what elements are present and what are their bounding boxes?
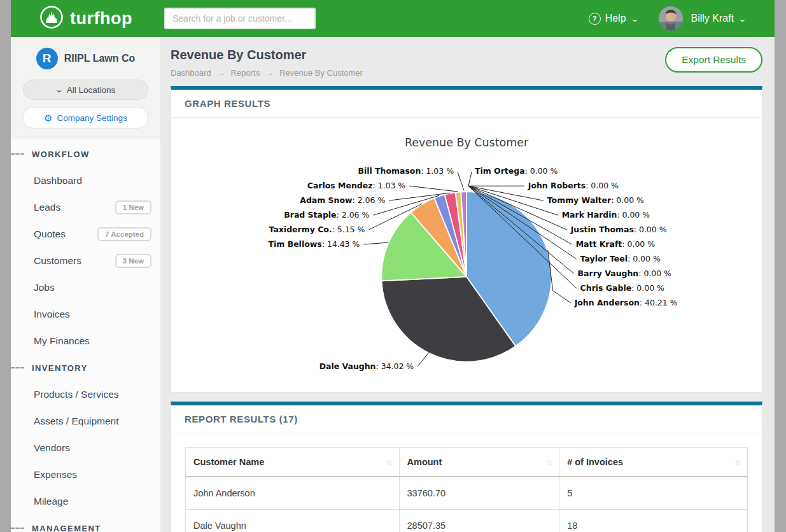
breadcrumb-arrow-icon: →	[217, 68, 225, 78]
right-scrollbar-strip[interactable]	[775, 0, 786, 532]
topbar: turfhop ? Help ⌄ Billy Kraft ⌄	[11, 0, 775, 37]
sidebar-item-label: Invoices	[34, 309, 70, 320]
sidebar-item-label: Products / Services	[34, 389, 119, 400]
pie-label-tommy-walter: Tommy Walter: 0.00 %	[547, 195, 644, 205]
app-screen: turfhop ? Help ⌄ Billy Kraft ⌄	[0, 0, 786, 532]
sidebar-item-my-finances[interactable]: My Finances	[11, 328, 160, 354]
status-badge: 1 New	[115, 200, 151, 214]
sort-icon[interactable]: ↑↓	[735, 458, 740, 466]
graph-results-panel: GRAPH RESULTS Revenue By CustomerJohn An…	[171, 86, 762, 393]
sidebar-item-label: My Finances	[34, 335, 90, 347]
sidebar-item-assets-equipment[interactable]: Assets / Equipment	[11, 408, 160, 435]
gear-icon: ⚙	[44, 113, 52, 123]
sidebar-item-label: Assets / Equipment	[34, 416, 119, 427]
main-content: Revenue By Customer Dashboard→Reports→Re…	[160, 37, 775, 532]
sidebar-item-label: Leads	[34, 202, 60, 213]
status-badge: 3 New	[115, 254, 151, 268]
company-logo: R	[36, 48, 58, 69]
sidebar-item-invoices[interactable]: Invoices	[11, 301, 160, 328]
breadcrumb-link-dashboard[interactable]: Dashboard	[171, 68, 211, 78]
sidebar-item-jobs[interactable]: Jobs	[11, 274, 160, 301]
pie-label-matt-kraft: Matt Kraft: 0.00 %	[576, 239, 656, 249]
pie-label-chris-gable: Chris Gable: 0.00 %	[580, 283, 664, 293]
help-menu[interactable]: Help	[605, 13, 626, 24]
location-chevron-down-icon: ⌄	[55, 85, 63, 94]
sidebar-company-block: R RIIPL Lawn Co ⌄ All Locations ⚙ Compan…	[11, 37, 160, 139]
section-dashes-icon	[11, 528, 24, 529]
graph-results-header: GRAPH RESULTS	[171, 90, 762, 118]
report-table-container: Customer Name↑↓Amount↑↓# of Invoices↑↓ J…	[171, 433, 762, 532]
company-settings-button[interactable]: ⚙ Company Settings	[23, 107, 148, 129]
pie-label-bill-thomason: Bill Thomason: 1.03 %	[358, 166, 454, 176]
leader-line	[363, 242, 388, 244]
section-dashes-icon	[11, 367, 24, 368]
status-badge: 7 Accepted	[97, 227, 151, 241]
location-selector[interactable]: ⌄ All Locations	[23, 80, 148, 100]
help-chevron-down-icon[interactable]: ⌄	[630, 14, 640, 24]
sidebar-item-label: Expenses	[34, 469, 77, 480]
user-menu[interactable]: Billy Kraft	[691, 13, 734, 24]
brand-name: turfhop	[70, 9, 132, 29]
table-cell: John Anderson	[186, 477, 400, 510]
column-label: Customer Name	[193, 457, 264, 467]
table-row[interactable]: Dale Vaughn28507.3518	[186, 510, 748, 532]
sidebar-item-label: Quotes	[34, 228, 66, 240]
breadcrumb-link-reports[interactable]: Reports	[231, 68, 260, 78]
table-cell: 18	[559, 510, 748, 532]
leader-line	[409, 186, 458, 192]
sidebar-item-label: Dashboard	[34, 175, 82, 186]
nav-section-management: MANAGEMENT	[11, 515, 160, 532]
sort-icon[interactable]: ↑↓	[547, 458, 551, 466]
column-header-customer-name[interactable]: Customer Name↑↓	[186, 448, 400, 477]
leader-line	[468, 172, 472, 186]
export-results-button[interactable]: Export Results	[665, 47, 762, 73]
sidebar-item-leads[interactable]: Leads1 New	[11, 194, 160, 221]
brand-logo[interactable]: turfhop	[11, 4, 160, 32]
sidebar-item-expenses[interactable]: Expenses	[11, 461, 160, 488]
search-input[interactable]	[164, 8, 316, 29]
pie-label-brad-staple: Brad Staple: 2.06 %	[284, 210, 369, 220]
revenue-pie-chart: Revenue By CustomerJohn Anderson: 40.21 …	[171, 118, 762, 392]
left-scrollbar-strip[interactable]	[0, 0, 11, 532]
nav-section-label: WORKFLOW	[32, 150, 90, 159]
user-chevron-down-icon[interactable]: ⌄	[738, 14, 747, 24]
section-dashes-icon	[11, 153, 24, 155]
pie-label-john-roberts: John Roberts: 0.00 %	[528, 181, 619, 190]
sidebar-item-label: Mileage	[34, 496, 68, 507]
sidebar-nav: WORKFLOWDashboardLeads1 NewQuotes7 Accep…	[11, 139, 160, 532]
sidebar-item-quotes[interactable]: Quotes7 Accepted	[11, 221, 160, 248]
pie-label-justin-thomas: Justin Thomas: 0.00 %	[570, 225, 667, 234]
sort-icon[interactable]: ↑↓	[387, 458, 391, 466]
help-icon: ?	[589, 13, 601, 25]
nav-section-workflow: WORKFLOW	[11, 141, 160, 167]
pie-label-john-anderson: John Anderson: 40.21 %	[574, 298, 678, 307]
column-label: Amount	[407, 457, 442, 467]
chart-title: Revenue By Customer	[405, 136, 529, 149]
leader-line	[548, 250, 571, 303]
sidebar-item-dashboard[interactable]: Dashboard	[11, 167, 160, 194]
company-settings-label: Company Settings	[57, 113, 127, 123]
sidebar-item-vendors[interactable]: Vendors	[11, 435, 160, 461]
pie-label-adam-snow: Adam Snow: 2.06 %	[300, 195, 385, 205]
pie-label-taxidermy-co: Taxidermy Co.: 5.15 %	[269, 225, 365, 234]
table-row[interactable]: John Anderson33760.705	[186, 477, 748, 510]
pie-label-barry-vaughn: Barry Vaughn: 0.00 %	[578, 269, 672, 278]
report-results-header: REPORT RESULTS (17)	[171, 405, 762, 433]
page-header: Revenue By Customer Dashboard→Reports→Re…	[160, 37, 775, 86]
column-header-amount[interactable]: Amount↑↓	[399, 448, 559, 477]
user-avatar[interactable]	[659, 6, 683, 31]
sidebar-item-label: Vendors	[34, 442, 70, 454]
sidebar-item-customers[interactable]: Customers3 New	[11, 248, 160, 274]
sidebar-item-products-services[interactable]: Products / Services	[11, 381, 160, 408]
turfhop-grass-icon	[39, 4, 64, 32]
leader-line	[418, 353, 429, 367]
sidebar: R RIIPL Lawn Co ⌄ All Locations ⚙ Compan…	[11, 37, 160, 532]
leader-line	[458, 172, 464, 190]
table-cell: 28507.35	[399, 510, 559, 532]
column-header-of-invoices[interactable]: # of Invoices↑↓	[559, 448, 748, 477]
pie-label-taylor-teel: Taylor Teel: 0.00 %	[580, 254, 661, 263]
sidebar-item-mileage[interactable]: Mileage	[11, 488, 160, 515]
sidebar-item-label: Jobs	[34, 282, 55, 293]
column-label: # of Invoices	[567, 457, 623, 467]
location-selector-label: All Locations	[67, 85, 116, 95]
